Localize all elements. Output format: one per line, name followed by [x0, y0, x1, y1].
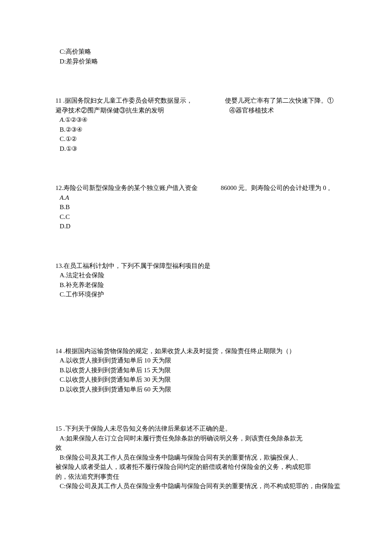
- option-d: D:差异价策略: [55, 57, 341, 66]
- question-15: 15 .下列关于保险人未尽告知义务的法律后果叙述不正确的是。 A:如果保险人在订…: [55, 424, 341, 491]
- q11-a-text: ①②③④: [65, 116, 87, 123]
- q12-option-d: D.D: [55, 221, 341, 231]
- q11-stem-right-line2: ④器官移植技术: [225, 106, 334, 115]
- q12-option-b: B.B: [55, 202, 341, 212]
- question-13-stem: 13.在员工福利计划中，下列不属于保障型福利项目的是: [55, 261, 341, 271]
- question-14-stem: 14 .根据国内运输货物保险的规定，如果收货人未及时提货，保险责任终止期限为（）: [55, 346, 341, 356]
- option-c: C:高价策略: [55, 47, 341, 57]
- q11-option-d: D.①③: [55, 144, 341, 154]
- q14-option-d: D.以收货人接到到货通知单后 60 天为限: [55, 385, 341, 394]
- question-13: 13.在员工福利计划中，下列不属于保障型福利项目的是 A.法定社会保险 B.补充…: [55, 261, 341, 299]
- question-11: 11 .据国务院妇女儿童工作委员会研究数据显示， 避孕技术②围产期保健③抗生素的…: [55, 96, 341, 153]
- q15-option-c-line1: C:保险公司及其工作人员在保险业务中隐瞒与保险合同有关的重要情况，尚不构成犯罪的…: [55, 481, 341, 491]
- q15-option-b-line2: 被保险人或者受益人，或者拒不履行保险合同约定的赔偿或者给付保险金的义务，构成犯罪: [55, 462, 341, 472]
- question-11-stem: 11 .据国务院妇女儿童工作委员会研究数据显示， 避孕技术②围产期保健③抗生素的…: [55, 96, 341, 115]
- q11-stem-left-line1: 11 .据国务院妇女儿童工作委员会研究数据显示，: [55, 96, 217, 106]
- q14-option-c: C.以收货人接到到货通知单后 30 天为限: [55, 375, 341, 385]
- question-14: 14 .根据国内运输货物保险的规定，如果收货人未及时提货，保险责任终止期限为（）…: [55, 346, 341, 394]
- question-12-stem: 12.寿险公司新型保险业务的某个独立账户借入资金 86000 元。则寿险公司的会…: [55, 183, 341, 193]
- question-12: 12.寿险公司新型保险业务的某个独立账户借入资金 86000 元。则寿险公司的会…: [55, 183, 341, 231]
- q11-option-a: A.①②③④: [55, 115, 341, 125]
- q12-stem-right: 86000 元。则寿险公司的会计处理为 0 。: [221, 183, 334, 193]
- q11-stem-left-line2: 避孕技术②围产期保健③抗生素的发明: [55, 106, 217, 115]
- q15-option-b-line1: B:保险公司及其工作人员在保险业务中隐瞒与保险合同有关的重要情况，欺骗投保人、: [55, 453, 341, 463]
- question-15-stem: 15 .下列关于保险人未尽告知义务的法律后果叙述不正确的是。: [55, 424, 341, 434]
- document-page: C:高价策略 D:差异价策略 11 .据国务院妇女儿童工作委员会研究数据显示， …: [0, 0, 392, 555]
- q14-option-b: B.以收货人接到到货通知单后 15 天为限: [55, 365, 341, 375]
- q12-option-c: C.C: [55, 212, 341, 222]
- q15-option-b-line3: 的，依法追究刑事责任: [55, 472, 341, 482]
- q14-option-a: A.以收货人接到到货通知单后 10 天为限: [55, 356, 341, 365]
- q13-option-a: A.法定社会保险: [55, 270, 341, 280]
- q15-option-a-line1: A:如果保险人在订立合同时未履行责任免除条款的明确说明义务，则该责任免除条款无: [55, 434, 341, 443]
- q12-stem-left: 12.寿险公司新型保险业务的某个独立账户借入资金: [55, 183, 221, 193]
- q11-option-b: B.②③④: [55, 125, 341, 135]
- q15-option-a-line2: 效: [55, 443, 341, 453]
- q11-stem-right-line1: 使婴儿死亡率有了第二次快速下降。①: [225, 96, 334, 106]
- q12-option-a: A.A: [55, 193, 341, 203]
- q11-option-c: C.①②: [55, 134, 341, 144]
- q11-a-prefix: A.: [60, 116, 65, 123]
- q13-option-b: B.补充养老保险: [55, 280, 341, 290]
- q13-option-c: C.工作环境保护: [55, 290, 341, 299]
